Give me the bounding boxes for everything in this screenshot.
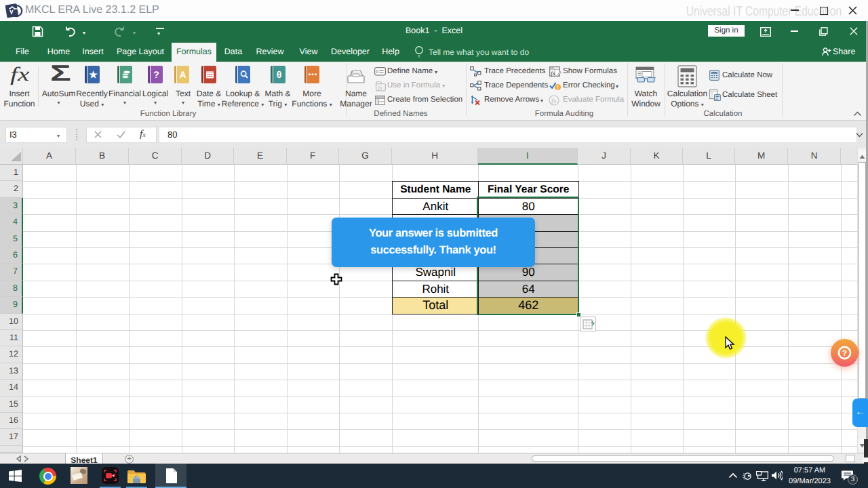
svg-text:fx: fx [551, 70, 555, 77]
svg-text:fx: fx [551, 98, 557, 105]
svg-text:?: ? [842, 348, 847, 358]
svg-text:fx: fx [378, 84, 383, 91]
